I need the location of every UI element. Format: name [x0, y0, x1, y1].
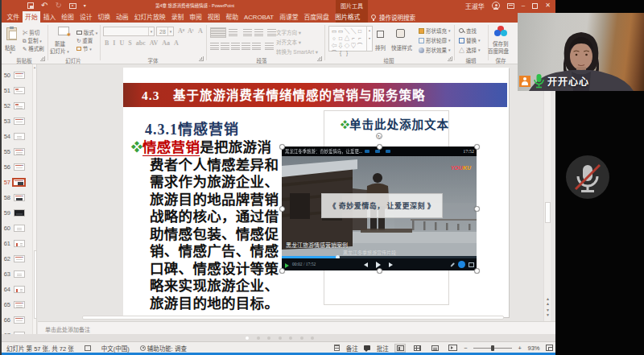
font-name-combo[interactable]: ▾ [103, 27, 155, 36]
rotation-handle[interactable]: ↻ [376, 133, 382, 139]
play-icon[interactable] [376, 262, 381, 268]
placeholder-prompt[interactable]: ❖单击此处添加文本 [341, 115, 449, 132]
slide-thumbnail-image[interactable] [14, 133, 25, 140]
slide-thumbnail[interactable]: 56 [0, 159, 32, 175]
selection-handle-se[interactable] [474, 268, 480, 274]
zoom-in-button[interactable]: + [518, 345, 522, 352]
slide-thumbnail-image[interactable] [14, 255, 25, 262]
new-slide-button-line2[interactable]: 幻灯片 ▾ [50, 47, 69, 55]
slide-thumbnail-image[interactable] [14, 118, 25, 125]
distribute-button[interactable] [252, 42, 261, 50]
shape-icon[interactable]: ╲ [350, 27, 357, 35]
slide-thumbnail-image[interactable] [14, 87, 25, 94]
vertical-scrollbar-thumb[interactable] [545, 202, 551, 223]
shape-icon[interactable]: □ [357, 27, 363, 35]
slide-thumbnail[interactable]: 62 [0, 251, 32, 266]
ribbon-tab[interactable]: 切换 [95, 11, 114, 23]
selection-handle-s[interactable] [377, 268, 382, 274]
shape-effects-button[interactable]: 形状效果▾ [419, 46, 451, 54]
ribbon-display-options-icon[interactable] [507, 3, 514, 9]
paragraph-dialog-launcher[interactable] [317, 56, 322, 61]
shape-icon[interactable]: ⌒ [331, 49, 337, 56]
video-blue-button[interactable] [458, 261, 465, 268]
ribbon-tab[interactable]: 图片格式 [332, 11, 362, 23]
shape-icon[interactable]: ◇ [344, 42, 350, 49]
ribbon-tab[interactable]: 视图 [204, 11, 223, 23]
slide-thumbnail-image[interactable] [14, 163, 25, 171]
shape-fill-button[interactable]: 形状填充▾ [419, 27, 451, 35]
horizontal-scrollbar-thumb[interactable] [82, 316, 504, 320]
paste-icon[interactable] [6, 27, 17, 40]
muted-participant-tile[interactable] [566, 155, 609, 199]
save-to-baidu-button-line2[interactable]: 百度网盘 [488, 47, 509, 55]
font-style-button[interactable]: AV [150, 39, 159, 47]
minimize-button[interactable]: – [522, 0, 525, 11]
ribbon-tab[interactable]: 录制 [168, 11, 187, 23]
layout-button[interactable]: 版式 ▾ [76, 28, 97, 36]
undo-icon[interactable]: ↶ [41, 0, 47, 11]
edit-icon[interactable] [450, 262, 454, 266]
quick-styles-button[interactable]: 快速样式 [391, 43, 412, 52]
ribbon-tab[interactable]: 文件 [4, 11, 23, 23]
save-icon[interactable] [27, 2, 34, 9]
slide-thumbnail[interactable]: 52 [0, 98, 32, 114]
next-icon[interactable] [389, 262, 393, 267]
replace-button[interactable]: 替换▾ [459, 36, 481, 44]
slide-thumbnail[interactable]: 53 [0, 114, 32, 129]
font-dialog-launcher[interactable] [199, 56, 204, 61]
language-status[interactable]: 中文(中国) [101, 344, 130, 353]
shape-icon[interactable]: ▭ [337, 27, 344, 35]
ribbon-tab[interactable]: 百度网盘 [301, 11, 332, 23]
slide-thumbnail-image[interactable] [12, 178, 26, 187]
ribbon-tab[interactable]: 插入 [40, 11, 59, 23]
numbering-button[interactable] [229, 28, 237, 36]
ribbon-tab[interactable]: ACROBAT [242, 11, 277, 23]
selection-handle-w[interactable] [279, 206, 285, 212]
zoom-level[interactable]: 93% [527, 345, 539, 352]
increase-indent-button[interactable] [254, 28, 263, 36]
prev-icon[interactable] [364, 262, 368, 267]
cut-button[interactable]: ✂ 剪切 [23, 28, 39, 36]
font-style-button[interactable]: A [174, 39, 179, 47]
comments-toggle[interactable]: 批注 [377, 344, 389, 353]
maximize-button[interactable] [532, 3, 538, 9]
tell-me-search[interactable]: 操作说明搜索 [371, 11, 415, 23]
ribbon-tab[interactable]: 设计 [76, 11, 95, 23]
account-name[interactable]: 王淑华 [465, 2, 485, 10]
slide-thumbnail-image[interactable] [14, 72, 25, 79]
vertical-scrollbar[interactable]: ▲▲ ▼▼ [543, 64, 551, 321]
find-button[interactable]: 查找 [459, 27, 477, 35]
slide-thumbnail[interactable]: 57 [0, 175, 32, 190]
ribbon-tab[interactable]: 动画 [114, 11, 132, 23]
redo-icon[interactable]: ↻ [55, 0, 61, 11]
ribbon-tab[interactable]: 幻灯片放映 [131, 11, 168, 23]
ribbon-tab[interactable]: 帮助 [223, 11, 242, 23]
align-text-button[interactable]: 对齐文本 ▾ [276, 38, 301, 46]
slide-thumbnail-image[interactable] [14, 225, 25, 232]
decrease-indent-button[interactable] [243, 28, 252, 36]
selection-handle-n[interactable] [377, 144, 382, 150]
webcam-video-tile[interactable]: 开开心心 [518, 13, 644, 91]
reading-view-button[interactable] [429, 344, 440, 353]
section-button[interactable]: 节 ▾ [76, 44, 92, 52]
slide-thumbnail[interactable]: 66 [0, 312, 32, 328]
shape-icon[interactable]: △ [344, 35, 350, 42]
reset-button[interactable]: ↻ 重置 [76, 36, 93, 44]
zoom-slider-thumb[interactable] [491, 345, 494, 351]
columns-button[interactable] [265, 42, 274, 50]
shape-outline-button[interactable]: 形状轮廓▾ [419, 36, 451, 44]
close-button[interactable]: ✕ [545, 0, 551, 11]
shape-icon[interactable]: ⌒ [357, 42, 363, 49]
play-button-green-icon[interactable] [285, 263, 289, 268]
thumbnail-scrollbar-thumb[interactable] [34, 250, 37, 319]
zoom-slider[interactable] [473, 348, 512, 349]
font-style-button[interactable]: Aa [162, 39, 170, 47]
fullscreen-icon[interactable] [469, 262, 474, 267]
slide-thumbnail[interactable]: 63 [0, 266, 32, 282]
line-spacing-button[interactable] [267, 28, 276, 36]
format-painter-button[interactable]: ✎ 格式刷 [23, 44, 44, 52]
scroll-up-icon[interactable]: ▴ [33, 65, 36, 69]
selection-handle-ne[interactable] [474, 144, 480, 150]
slide-thumbnail[interactable]: 51 [0, 83, 32, 98]
slide-thumbnail-image[interactable] [14, 209, 25, 217]
